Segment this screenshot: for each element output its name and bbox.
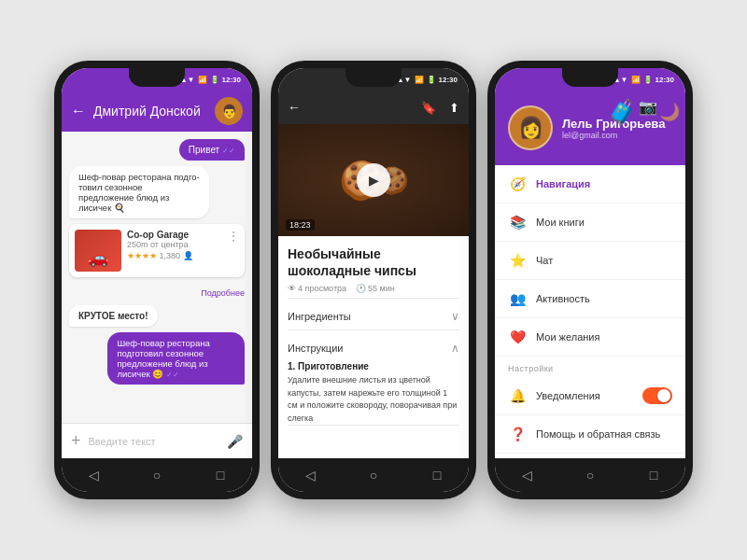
menu-label-help: Помощь и обратная связь — [536, 428, 672, 440]
chat-input-bar: + Введите текст 🎤 — [62, 423, 252, 458]
notch-2 — [345, 68, 402, 87]
more-options-icon[interactable]: ⋮ — [228, 230, 239, 243]
profile-email: lel@gmail.com — [562, 131, 672, 140]
back-button-2[interactable]: ← — [288, 100, 301, 115]
menu-label-wishlist: Мои желания — [536, 331, 672, 343]
video-duration: 18:23 — [286, 219, 315, 231]
bottom-nav-2: ◁ ○ □ — [278, 458, 469, 492]
nav-home[interactable]: ○ — [143, 461, 171, 489]
phone-chat: ▲▼ 📶 🔋 12:30 ← Дмитрий Донской 👨 Привет … — [54, 61, 260, 499]
bookmark-icon[interactable]: 🔖 — [421, 101, 436, 115]
recipe-header: ← 🔖 ⬆ — [278, 91, 469, 124]
time-2: 12:30 — [439, 76, 458, 84]
divider-1 — [288, 298, 459, 299]
message-out-2: Шеф-повар ресторана подготовил сезонное … — [107, 332, 245, 385]
more-link: Подробнее — [69, 283, 245, 300]
place-info: Co-op Garage 250m от центра ★★★★ 1,380 👤 — [127, 230, 222, 260]
video-thumbnail[interactable]: 🍪 🍪 ▶ 18:23 — [278, 124, 469, 236]
play-button[interactable]: ▶ — [357, 163, 390, 197]
notifications-toggle[interactable] — [642, 387, 672, 404]
menu-label-books: Мои книги — [536, 217, 672, 228]
nav-home-3[interactable]: ○ — [576, 461, 604, 489]
bell-icon: 🔔 — [508, 386, 527, 405]
bottom-nav-3: ◁ ○ □ — [495, 458, 685, 492]
recipe-body: Необычайные шоколадные чипсы 👁 4 просмот… — [278, 236, 469, 458]
menu-label-chat: Чат — [536, 255, 672, 266]
settings-section-label: Настройки — [495, 357, 685, 377]
bottom-nav-1: ◁ ○ □ — [62, 458, 252, 492]
place-dist: 250m от центра — [127, 240, 222, 249]
star-icon: ⭐ — [508, 251, 527, 270]
chevron-down-icon: ∨ — [451, 310, 459, 323]
menu-item-wishlist[interactable]: ❤️ Мои желания — [495, 318, 685, 357]
mic-button[interactable]: 🎤 — [227, 434, 243, 449]
message-in-2: КРУТОЕ место! — [69, 305, 158, 327]
chat-body: Привет ✓✓ Шеф-повар ресторана подго-тови… — [62, 132, 252, 423]
phone-profile: ▲▼ 📶 🔋 12:30 👩 Лель Григорьева lel@gmail… — [487, 61, 693, 499]
message-in-1: Шеф-повар ресторана подго-товил сезонное… — [69, 166, 209, 218]
menu-item-activity[interactable]: 👥 Активность — [495, 280, 685, 318]
nav-back-3[interactable]: ◁ — [513, 461, 541, 489]
nav-recents[interactable]: □ — [206, 461, 234, 489]
menu-item-chat[interactable]: ⭐ Чат — [495, 242, 685, 280]
people-icon: 👥 — [508, 289, 527, 308]
instruction-text: Удалите внешние листья из цветной капуст… — [288, 374, 459, 425]
menu-item-books[interactable]: 📚 Мои книги — [495, 203, 685, 242]
share-icon[interactable]: ⬆ — [449, 101, 459, 115]
menu-label-navigation: Навигация — [536, 178, 672, 189]
chat-header: ← Дмитрий Донской 👨 — [62, 91, 252, 132]
notch-1 — [129, 68, 185, 87]
heart-icon: ❤️ — [508, 328, 527, 346]
nav-back[interactable]: ◁ — [79, 461, 107, 489]
attach-button[interactable]: + — [71, 431, 81, 451]
avatar[interactable]: 👨 — [215, 97, 243, 125]
nav-back-2[interactable]: ◁ — [296, 461, 324, 489]
nav-home-2[interactable]: ○ — [359, 461, 388, 489]
time-estimate: 🕐 55 мин — [356, 284, 395, 293]
back-button[interactable]: ← — [71, 103, 86, 119]
menu-item-navigation[interactable]: 🧭 Навигация — [495, 165, 685, 203]
menu-item-help[interactable]: ❓ Помощь и обратная связь — [495, 415, 685, 454]
help-icon: ❓ — [508, 425, 527, 443]
accordion-instructions: Инструкции ∧ 1. Приготовление Удалите вн… — [288, 335, 459, 426]
navigation-icon: 🧭 — [508, 175, 527, 193]
menu-body: 🧭 Навигация 📚 Мои книги ⭐ Чат 👥 Активнос… — [495, 165, 685, 458]
place-stars: ★★★★ 1,380 👤 — [127, 251, 222, 260]
profile-header: 👩 Лель Григорьева lel@gmail.com 🧳 📷 🌙 — [495, 91, 685, 165]
accordion-header-instructions[interactable]: Инструкции ∧ — [288, 335, 459, 361]
recipe-title: Необычайные шоколадные чипсы — [288, 245, 459, 279]
place-card[interactable]: 🚗 Co-op Garage 250m от центра ★★★★ 1,380… — [69, 224, 245, 277]
notch-3 — [562, 68, 618, 87]
nav-recents-3[interactable]: □ — [640, 461, 668, 489]
accordion-header-ingredients[interactable]: Ингредиенты ∨ — [288, 303, 459, 329]
chat-title: Дмитрий Донской — [93, 104, 207, 119]
place-name: Co-op Garage — [127, 230, 222, 240]
time-1: 12:30 — [222, 76, 241, 84]
place-image: 🚗 — [75, 230, 121, 272]
text-input[interactable]: Введите текст — [89, 436, 219, 447]
books-icon: 📚 — [508, 213, 527, 231]
menu-item-notifications[interactable]: 🔔 Уведомления — [495, 377, 685, 415]
menu-label-notifications: Уведомления — [536, 390, 633, 401]
msg-text-1: Шеф-повар ресторана подго-товил сезонное… — [78, 172, 200, 213]
recipe-meta: 👁 4 просмотра 🕐 55 мин — [288, 284, 459, 293]
instruction-heading: 1. Приготовление — [288, 361, 459, 371]
accordion-ingredients: Ингредиенты ∨ — [288, 303, 459, 330]
nav-recents-2[interactable]: □ — [423, 461, 451, 489]
views-count: 👁 4 просмотра — [288, 284, 346, 293]
chevron-up-icon: ∧ — [451, 342, 459, 355]
time-3: 12:30 — [655, 76, 674, 84]
profile-avatar: 👩 — [508, 105, 553, 150]
menu-label-activity: Активность — [536, 293, 672, 304]
message-out-1: Привет ✓✓ — [179, 139, 245, 161]
phone-recipe: ▲▼ 📶 🔋 12:30 ← 🔖 ⬆ 🍪 🍪 ▶ 18:23 — [271, 61, 476, 499]
toggle-knob — [657, 389, 670, 402]
